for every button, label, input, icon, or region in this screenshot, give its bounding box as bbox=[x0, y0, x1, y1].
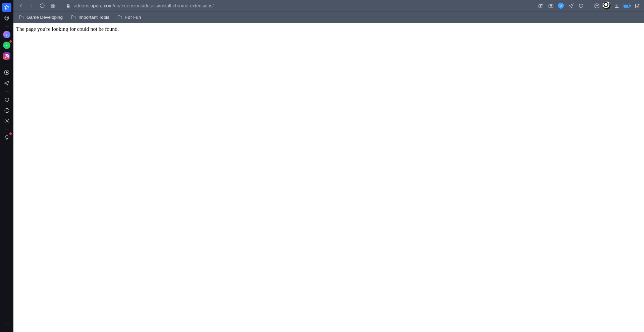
send-to-flow-button[interactable] bbox=[567, 1, 575, 10]
extensions-button[interactable] bbox=[592, 1, 601, 10]
notification-dot bbox=[9, 40, 12, 43]
sidebar-settings[interactable] bbox=[2, 116, 11, 126]
play-circle-icon bbox=[4, 69, 10, 75]
sidebar-history[interactable] bbox=[2, 106, 11, 115]
svg-point-21 bbox=[635, 4, 636, 5]
toolbar-separator bbox=[589, 2, 589, 9]
bookmark-label: For Fun bbox=[125, 15, 141, 20]
heart-icon bbox=[4, 97, 10, 103]
gear-icon bbox=[4, 118, 10, 124]
sidebar-skull-app[interactable] bbox=[2, 13, 11, 23]
reload-button[interactable] bbox=[38, 1, 47, 10]
grid-icon bbox=[51, 3, 56, 8]
svg-point-13 bbox=[8, 324, 9, 324]
svg-point-6 bbox=[7, 55, 8, 55]
sidebar-pinboards[interactable] bbox=[2, 95, 11, 104]
url-display: addons.opera.com/en/extensions/details/i… bbox=[74, 3, 214, 8]
sidebar-instagram[interactable] bbox=[2, 51, 11, 61]
navigation-toolbar: addons.opera.com/en/extensions/details/i… bbox=[13, 0, 644, 11]
skull-icon bbox=[4, 15, 10, 21]
svg-point-23 bbox=[638, 4, 639, 5]
speed-dials-button[interactable] bbox=[48, 1, 58, 10]
svg-rect-16 bbox=[51, 6, 52, 7]
easy-setup-button[interactable] bbox=[633, 1, 641, 10]
sliders-icon bbox=[634, 3, 640, 9]
sidebar-divider bbox=[5, 26, 9, 26]
pinboard-heart-button[interactable] bbox=[577, 1, 585, 10]
folder-icon bbox=[71, 15, 76, 20]
bookmark-label: Important Tools bbox=[78, 15, 109, 20]
star-outline-icon bbox=[4, 5, 9, 10]
notification-dot bbox=[9, 132, 12, 135]
verified-badge-button[interactable] bbox=[556, 1, 565, 10]
cube-icon bbox=[594, 3, 600, 9]
toolbar-separator bbox=[61, 2, 61, 9]
back-button[interactable] bbox=[16, 1, 25, 10]
screenshot-edit-icon bbox=[538, 3, 544, 9]
sidebar-more[interactable] bbox=[2, 319, 11, 329]
snapshot-button[interactable] bbox=[546, 1, 555, 10]
svg-marker-0 bbox=[4, 5, 9, 9]
svg-point-1 bbox=[5, 16, 9, 20]
send-plane-icon bbox=[4, 80, 10, 86]
bookmark-folder-for-fun[interactable]: For Fun bbox=[116, 13, 142, 21]
sidebar-divider bbox=[5, 129, 9, 129]
download-icon bbox=[614, 3, 620, 8]
clock-icon bbox=[4, 108, 10, 113]
svg-point-3 bbox=[7, 17, 8, 18]
svg-rect-19 bbox=[549, 4, 553, 7]
bookmark-folder-game-developing[interactable]: Game Developing bbox=[17, 13, 64, 21]
svg-point-11 bbox=[5, 324, 5, 324]
sidebar-divider bbox=[5, 91, 9, 92]
reload-icon bbox=[40, 3, 45, 8]
instagram-icon bbox=[3, 52, 10, 60]
verified-icon bbox=[558, 3, 564, 9]
heart-icon bbox=[578, 3, 584, 9]
folder-icon bbox=[117, 15, 122, 20]
svg-marker-8 bbox=[6, 71, 8, 73]
url-domain: opera.com bbox=[91, 3, 113, 8]
svg-point-10 bbox=[6, 120, 7, 122]
battery-icon bbox=[624, 4, 630, 8]
sidebar-send[interactable] bbox=[2, 78, 11, 88]
not-found-message: The page you're looking for could not be… bbox=[16, 26, 641, 32]
svg-point-5 bbox=[6, 55, 7, 57]
whatsapp-icon bbox=[3, 42, 10, 49]
sidebar-hints[interactable] bbox=[2, 133, 11, 142]
svg-rect-14 bbox=[51, 4, 52, 5]
svg-point-12 bbox=[6, 324, 7, 324]
chevron-left-icon bbox=[18, 3, 23, 8]
url-prefix: addons. bbox=[74, 3, 91, 8]
sidebar-speed-dial[interactable] bbox=[2, 3, 11, 12]
address-bar[interactable]: addons.opera.com/en/extensions/details/i… bbox=[65, 3, 535, 8]
main-area: addons.opera.com/en/extensions/details/i… bbox=[13, 0, 644, 332]
snapshot-edit-button[interactable] bbox=[536, 1, 545, 10]
sidebar-player[interactable] bbox=[2, 68, 11, 77]
svg-point-2 bbox=[6, 17, 6, 18]
downloads-button[interactable] bbox=[612, 1, 621, 10]
url-path: /en/extensions/details/install-chrome-ex… bbox=[113, 3, 214, 8]
messenger-icon bbox=[3, 31, 10, 38]
left-sidebar bbox=[0, 0, 13, 332]
camera-icon bbox=[548, 3, 554, 9]
page-content: The page you're looking for could not be… bbox=[13, 23, 644, 332]
profile-avatar[interactable] bbox=[602, 1, 611, 10]
lock-icon bbox=[66, 4, 70, 8]
bookmark-label: Game Developing bbox=[26, 15, 63, 20]
bookmark-folder-important-tools[interactable]: Important Tools bbox=[69, 13, 111, 21]
forward-button[interactable] bbox=[27, 1, 36, 10]
svg-point-20 bbox=[550, 5, 552, 7]
sidebar-divider bbox=[5, 64, 9, 64]
send-plane-icon bbox=[568, 3, 574, 9]
svg-rect-15 bbox=[53, 4, 55, 5]
chevron-right-icon bbox=[29, 3, 34, 8]
more-horizontal-icon bbox=[4, 321, 9, 327]
svg-rect-17 bbox=[53, 6, 55, 7]
svg-point-22 bbox=[637, 6, 638, 7]
folder-icon bbox=[19, 15, 24, 20]
sidebar-messenger[interactable] bbox=[2, 30, 11, 39]
bookmark-bar: Game Developing Important Tools For Fun bbox=[13, 11, 644, 23]
battery-button[interactable] bbox=[623, 1, 631, 10]
sidebar-whatsapp[interactable] bbox=[2, 41, 11, 50]
toolbar-right bbox=[536, 1, 641, 10]
